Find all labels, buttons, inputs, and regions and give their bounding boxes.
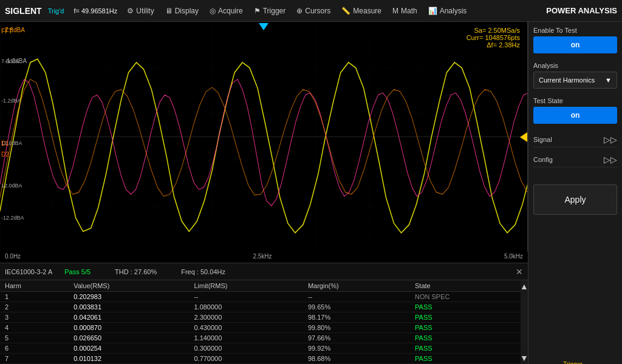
- harm-cell: 7: [0, 354, 69, 364]
- value-cell: 0.003831: [69, 302, 189, 312]
- measure-icon: 📏: [341, 7, 350, 15]
- value-cell: 0.026650: [69, 333, 189, 343]
- test-state-label: Test State: [533, 97, 617, 104]
- analysis-dropdown[interactable]: Current Harmonics ▼: [533, 72, 617, 89]
- analysis-value: Current Harmonics: [539, 76, 595, 84]
- close-table-button[interactable]: ✕: [516, 267, 523, 277]
- test-state-section: Test State on: [533, 97, 617, 124]
- value-cell: 0.042061: [69, 312, 189, 323]
- col-margin: Margin(%): [303, 280, 410, 292]
- limit-cell: 0.430000: [189, 323, 302, 333]
- menu-analysis[interactable]: 📊 Analysis: [428, 7, 467, 15]
- cursors-icon: ⊕: [296, 7, 302, 15]
- thd-value: THD : 27.60%: [115, 268, 157, 275]
- power-analysis-title: POWER ANALYSIS: [546, 6, 617, 15]
- pass-result: Pass 5/5: [64, 268, 91, 275]
- test-state-toggle[interactable]: on: [533, 107, 617, 124]
- value-cell: 0.000254: [69, 343, 189, 354]
- config-row[interactable]: Config ▷▷: [533, 152, 617, 167]
- state-cell: PASS: [410, 343, 528, 354]
- state-cell: PASS: [410, 354, 528, 364]
- brand-logo: SIGLENT: [5, 6, 42, 16]
- menu-math[interactable]: M Math: [392, 7, 417, 15]
- harm-cell: 6: [0, 343, 69, 354]
- limit-cell: --: [189, 292, 302, 302]
- top-menu-bar: SIGLENT Trig'd f= 49.96581Hz ⚙ Utility 🖥…: [0, 0, 622, 22]
- enable-to-test-section: Enable To Test on: [533, 27, 617, 53]
- table-row: 1 0.202983 -- -- NON SPEC: [0, 292, 528, 302]
- waveform-svg: [0, 22, 527, 252]
- right-panel: Enable To Test on Analysis Current Harmo…: [528, 22, 622, 364]
- margin-cell: 99.80%: [303, 323, 410, 333]
- limit-cell: 0.770000: [189, 354, 302, 364]
- menu-display[interactable]: 🖥 Display: [165, 7, 199, 15]
- table-row: 7 0.010132 0.770000 98.68% PASS: [0, 354, 528, 364]
- oscilloscope-area: 7.8dBA -1.2dBA Sa= 2.50MSa/s Curr= 10485…: [0, 22, 528, 364]
- menu-cursors[interactable]: ⊕ Cursors: [296, 7, 330, 15]
- analysis-icon: 📊: [428, 7, 437, 15]
- table-header: IEC61000-3-2 A Pass 5/5 THD : 27.60% Fre…: [0, 263, 528, 280]
- y-label-mid3: 12.0dBA: [1, 183, 22, 189]
- math-icon: M: [392, 7, 398, 15]
- table-row: 5 0.026650 1.140000 97.66% PASS: [0, 333, 528, 343]
- frequency-display: f= 49.96581Hz: [73, 7, 117, 15]
- trigger-arrow-top: [259, 23, 268, 30]
- state-cell: PASS: [410, 312, 528, 323]
- table-row: 4 0.000870 0.430000 99.80% PASS: [0, 323, 528, 333]
- scroll-up-button[interactable]: ▲: [520, 281, 528, 291]
- state-cell: PASS: [410, 333, 528, 343]
- enable-to-test-toggle[interactable]: on: [533, 36, 617, 53]
- menu-acquire[interactable]: ◎ Acquire: [210, 7, 243, 15]
- y-label-bot: -12.2dBA: [1, 215, 24, 221]
- scroll-down-button[interactable]: ▼: [520, 353, 528, 363]
- state-cell: NON SPEC: [410, 292, 528, 302]
- signal-expand-icon: ▷▷: [604, 135, 617, 144]
- config-label: Config: [533, 156, 553, 163]
- limit-cell: 2.300000: [189, 312, 302, 323]
- harm-cell: 3: [0, 312, 69, 323]
- harmonics-table: Harm Value(RMS) Limit(RMS) Margin(%) Sta…: [0, 280, 528, 364]
- table-row: 2 0.003831 1.080000 99.65% PASS: [0, 302, 528, 312]
- data-table-area: IEC61000-3-2 A Pass 5/5 THD : 27.60% Fre…: [0, 263, 528, 364]
- utility-icon: ⚙: [127, 7, 134, 15]
- apply-button[interactable]: Apply: [533, 184, 617, 215]
- analysis-label: Analysis: [533, 62, 617, 69]
- signal-row[interactable]: Signal ▷▷: [533, 132, 617, 147]
- trigger-group: Trigger C1 DC Auto Edge 0.00V Rising: [562, 361, 583, 364]
- col-value: Value(RMS): [69, 280, 189, 292]
- y-label-mid1: -1.2dBA: [1, 98, 21, 104]
- state-cell: PASS: [410, 302, 528, 312]
- enable-to-test-label: Enable To Test: [533, 27, 617, 34]
- trigger-status: Trig'd: [48, 7, 64, 15]
- table-scrollbar[interactable]: ▲ ▼: [521, 280, 528, 364]
- standard-label: IEC61000-3-2 A: [5, 268, 52, 275]
- harm-cell: 5: [0, 333, 69, 343]
- harm-cell: 2: [0, 302, 69, 312]
- main-layout: 7.8dBA -1.2dBA Sa= 2.50MSa/s Curr= 10485…: [0, 22, 622, 364]
- margin-cell: 98.68%: [303, 354, 410, 364]
- menu-trigger[interactable]: ⚑ Trigger: [254, 7, 286, 15]
- display-icon: 🖥: [165, 7, 173, 15]
- limit-cell: 1.140000: [189, 333, 302, 343]
- limit-cell: 0.300000: [189, 343, 302, 354]
- menu-measure[interactable]: 📏 Measure: [341, 7, 381, 15]
- value-cell: 0.202983: [69, 292, 189, 302]
- menu-utility[interactable]: ⚙ Utility: [127, 7, 154, 15]
- waveform-display: 7.8dBA -1.2dBA Sa= 2.50MSa/s Curr= 10485…: [0, 22, 528, 252]
- timebase-section: Timebase 0.0s 50.0ms/div 1.25Mpts 2.50MS…: [524, 361, 620, 364]
- margin-cell: 99.65%: [303, 302, 410, 312]
- harm-cell: 1: [0, 292, 69, 302]
- config-expand-icon: ▷▷: [604, 155, 617, 164]
- d2-label: D2: [1, 151, 9, 158]
- acquire-icon: ◎: [210, 7, 216, 15]
- value-cell: 0.000870: [69, 323, 189, 333]
- freq-value: Freq : 50.04Hz: [181, 268, 225, 275]
- limit-cell: 1.080000: [189, 302, 302, 312]
- trigger-arrow-right: [520, 132, 527, 142]
- col-state: State: [410, 280, 528, 292]
- col-limit: Limit(RMS): [189, 280, 302, 292]
- x-axis-labels: 0.0Hz 2.5kHz 5.0kHz: [0, 252, 528, 263]
- harm-cell: 4: [0, 323, 69, 333]
- dropdown-chevron-icon: ▼: [605, 76, 612, 84]
- table-row: 6 0.000254 0.300000 99.92% PASS: [0, 343, 528, 354]
